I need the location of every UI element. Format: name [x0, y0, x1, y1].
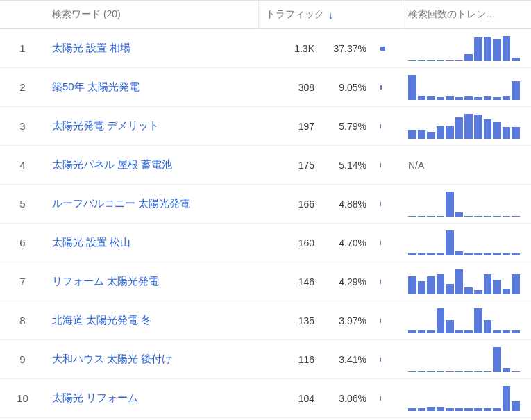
keyword-cell: 太陽光発電 デメリット — [45, 119, 259, 133]
table-row: 5ルーフバルコニー 太陽光発電1664.88% — [0, 185, 531, 224]
trend-cell — [401, 192, 530, 217]
keyword-cell: 築50年 太陽光発電 — [45, 81, 259, 94]
traffic-cell: 116 — [259, 354, 321, 365]
keyword-cell: リフォーム 太陽光発電 — [45, 275, 259, 288]
rank-cell: 10 — [0, 392, 45, 404]
keyword-link[interactable]: ルーフバルコニー 太陽光発電 — [52, 197, 190, 210]
sort-descending-icon: ↓ — [328, 9, 334, 21]
trend-cell — [401, 386, 530, 411]
header-trend[interactable]: 検索回数のトレン… — [401, 1, 531, 28]
trend-cell — [401, 75, 530, 100]
trend-sparkline — [408, 36, 520, 61]
trend-cell — [401, 347, 530, 372]
percentage-bar — [373, 358, 401, 362]
trend-sparkline — [408, 308, 520, 333]
percentage-cell: 4.29% — [321, 276, 373, 287]
keyword-cell: ルーフバルコニー 太陽光発電 — [45, 197, 259, 210]
header-rank — [0, 1, 45, 28]
trend-cell — [401, 308, 530, 333]
table-row: 10太陽光 リフォーム1043.06% — [0, 379, 531, 418]
traffic-cell: 160 — [259, 237, 321, 249]
trend-cell: N/A — [401, 160, 530, 171]
keyword-cell: 太陽光 リフォーム — [45, 392, 259, 405]
trend-sparkline — [408, 386, 520, 411]
table-row: 9大和ハウス 太陽光 後付け1163.41% — [0, 340, 531, 379]
table-row: 2築50年 太陽光発電3089.05% — [0, 68, 531, 107]
keywords-table: 検索ワード (20) トラフィック ↓ 検索回数のトレン… 1太陽光 設置 相場… — [0, 0, 531, 418]
keyword-link[interactable]: 北海道 太陽光発電 冬 — [52, 314, 151, 327]
trend-sparkline — [408, 230, 520, 255]
keyword-link[interactable]: 太陽光発電 デメリット — [52, 119, 159, 133]
trend-cell — [401, 114, 530, 139]
header-traffic-label: トラフィック — [266, 8, 324, 21]
percentage-bar — [373, 396, 401, 401]
keyword-link[interactable]: 太陽光 設置 相場 — [52, 42, 130, 55]
traffic-cell: 197 — [259, 121, 321, 132]
rank-cell: 3 — [0, 120, 45, 132]
rank-cell: 2 — [0, 81, 45, 93]
rank-cell: 4 — [0, 159, 45, 171]
percentage-bar — [373, 163, 401, 167]
rank-cell: 8 — [0, 314, 45, 326]
keyword-link[interactable]: 大和ハウス 太陽光 後付け — [52, 353, 172, 366]
traffic-cell: 135 — [259, 315, 321, 326]
trend-sparkline — [408, 269, 520, 294]
trend-cell — [401, 230, 530, 255]
percentage-cell: 5.79% — [321, 121, 373, 132]
rank-cell: 9 — [0, 353, 45, 365]
keyword-cell: 北海道 太陽光発電 冬 — [45, 314, 259, 327]
percentage-cell: 5.14% — [321, 160, 373, 171]
percentage-bar — [373, 202, 401, 206]
table-row: 8北海道 太陽光発電 冬1353.97% — [0, 301, 531, 340]
percentage-cell: 3.97% — [321, 315, 373, 326]
traffic-cell: 308 — [259, 82, 321, 93]
table-row: 3太陽光発電 デメリット1975.79% — [0, 107, 531, 146]
header-traffic[interactable]: トラフィック ↓ — [259, 1, 401, 28]
table-row: 7リフォーム 太陽光発電1464.29% — [0, 262, 531, 301]
trend-cell — [401, 269, 530, 294]
percentage-bar — [373, 319, 401, 323]
trend-cell — [401, 36, 530, 61]
percentage-bar — [373, 47, 401, 51]
header-keyword[interactable]: 検索ワード (20) — [45, 1, 259, 28]
keyword-cell: 太陽光パネル 屋根 蓄電池 — [45, 158, 259, 171]
percentage-cell: 3.41% — [321, 354, 373, 365]
percentage-bar — [373, 241, 401, 245]
table-row: 4太陽光パネル 屋根 蓄電池1755.14%N/A — [0, 146, 531, 185]
percentage-cell: 4.88% — [321, 199, 373, 210]
percentage-bar — [373, 85, 401, 90]
traffic-cell: 166 — [259, 199, 321, 210]
trend-sparkline — [408, 192, 520, 217]
rank-cell: 6 — [0, 237, 45, 249]
keyword-cell: 太陽光 設置 相場 — [45, 42, 259, 55]
keyword-link[interactable]: リフォーム 太陽光発電 — [52, 275, 159, 288]
trend-sparkline — [408, 114, 520, 139]
percentage-bar — [373, 124, 401, 128]
keyword-link[interactable]: 太陽光 リフォーム — [52, 392, 138, 405]
trend-sparkline — [408, 75, 520, 100]
rank-cell: 5 — [0, 198, 45, 210]
trend-na: N/A — [408, 160, 424, 171]
table-header: 検索ワード (20) トラフィック ↓ 検索回数のトレン… — [0, 0, 531, 29]
rank-cell: 7 — [0, 276, 45, 287]
keyword-link[interactable]: 太陽光パネル 屋根 蓄電池 — [52, 158, 172, 171]
percentage-cell: 37.37% — [321, 43, 373, 54]
rank-cell: 1 — [0, 42, 45, 54]
keyword-link[interactable]: 築50年 太陽光発電 — [52, 81, 140, 94]
keyword-cell: 太陽光 設置 松山 — [45, 236, 259, 249]
keyword-link[interactable]: 太陽光 設置 松山 — [52, 236, 130, 249]
table-row: 6太陽光 設置 松山1604.70% — [0, 224, 531, 262]
percentage-cell: 3.06% — [321, 393, 373, 404]
percentage-cell: 4.70% — [321, 237, 373, 249]
traffic-cell: 104 — [259, 393, 321, 404]
table-row: 1太陽光 設置 相場1.3K37.37% — [0, 29, 531, 68]
trend-sparkline — [408, 347, 520, 372]
traffic-cell: 1.3K — [259, 43, 321, 54]
percentage-bar — [373, 280, 401, 284]
keyword-cell: 大和ハウス 太陽光 後付け — [45, 353, 259, 366]
percentage-cell: 9.05% — [321, 82, 373, 93]
table-body: 1太陽光 設置 相場1.3K37.37%2築50年 太陽光発電3089.05%3… — [0, 29, 531, 418]
traffic-cell: 175 — [259, 160, 321, 171]
traffic-cell: 146 — [259, 276, 321, 287]
